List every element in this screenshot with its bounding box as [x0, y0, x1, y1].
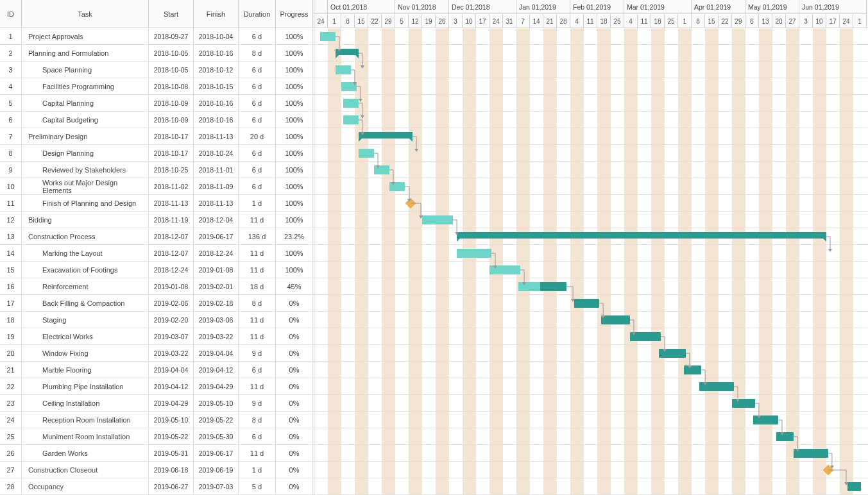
- task-bar[interactable]: [630, 332, 661, 341]
- table-row[interactable]: 5Capital Planning2018-10-092018-10-166 d…: [0, 95, 314, 112]
- task-bar[interactable]: [847, 482, 861, 491]
- table-row[interactable]: 4Facilities Programming2018-10-082018-10…: [0, 78, 314, 95]
- day-label: 1: [678, 14, 692, 28]
- col-start[interactable]: Start: [149, 0, 194, 28]
- table-row[interactable]: 24Reception Room Installation2019-05-102…: [0, 412, 314, 428]
- cell-duration: 8 d: [239, 45, 276, 61]
- cell-id: 26: [0, 445, 22, 461]
- col-progress[interactable]: Progress: [276, 0, 313, 28]
- cell-task: Staging: [22, 312, 149, 328]
- task-bar[interactable]: [489, 265, 520, 274]
- table-row[interactable]: 8Design Planning2018-10-172018-10-246 d1…: [0, 145, 314, 162]
- task-bar[interactable]: [753, 415, 778, 424]
- cell-task: Electrical Works: [22, 328, 149, 344]
- cell-id: 22: [0, 378, 22, 394]
- task-bar[interactable]: [540, 282, 566, 291]
- table-row[interactable]: 19Electrical Works2019-03-072019-03-2211…: [0, 328, 314, 345]
- day-label: 14: [530, 14, 543, 28]
- table-row[interactable]: 21Marble Flooring2019-04-042019-04-126 d…: [0, 362, 314, 378]
- gantt-row: [314, 362, 868, 378]
- gantt-chart[interactable]: Oct 01,2018Nov 01,2018Dec 01,2018Jan 01,…: [314, 0, 868, 495]
- day-label: 17: [476, 14, 489, 28]
- task-bar[interactable]: [374, 165, 389, 174]
- day-label: 28: [557, 14, 570, 28]
- table-row[interactable]: 10Works out Major Design Elements2018-11…: [0, 178, 314, 195]
- gantt-row: [314, 345, 868, 362]
- task-bar[interactable]: [457, 249, 491, 258]
- task-bar[interactable]: [320, 32, 336, 41]
- cell-start: 2018-10-05: [149, 45, 194, 61]
- table-row[interactable]: 18Staging2019-02-202019-03-0611 d0%: [0, 312, 314, 328]
- table-row[interactable]: 14Marking the Layout2018-12-072018-12-24…: [0, 245, 314, 262]
- task-bar[interactable]: [776, 432, 794, 441]
- cell-duration: 6 d: [239, 362, 276, 378]
- task-bar[interactable]: [684, 365, 701, 374]
- task-bar[interactable]: [422, 215, 453, 224]
- cell-task: Space Planning: [22, 62, 149, 78]
- milestone-marker[interactable]: [405, 198, 416, 209]
- gantt-row: [314, 178, 868, 195]
- table-row[interactable]: 16Reinforcement2019-01-082019-02-0118 d4…: [0, 278, 314, 295]
- summary-bar[interactable]: [359, 132, 413, 138]
- table-row[interactable]: 2Planning and Formulation2018-10-052018-…: [0, 45, 314, 62]
- cell-finish: 2019-04-12: [194, 362, 239, 378]
- cell-duration: 20 d: [239, 128, 276, 144]
- table-row[interactable]: 13Construction Process2018-12-072019-06-…: [0, 228, 314, 245]
- cell-finish: 2018-10-24: [194, 145, 239, 161]
- day-label: 17: [826, 14, 840, 28]
- task-bar[interactable]: [574, 299, 599, 308]
- cell-duration: 11 d: [239, 328, 276, 344]
- cell-finish: 2019-04-04: [194, 345, 239, 361]
- day-label: 8: [692, 14, 705, 28]
- table-row[interactable]: 11Finish of Planning and Design2018-11-1…: [0, 195, 314, 212]
- task-bar[interactable]: [336, 65, 351, 74]
- cell-progress: 0%: [276, 378, 313, 394]
- task-bar[interactable]: [341, 82, 357, 91]
- summary-bar[interactable]: [336, 49, 359, 55]
- table-row[interactable]: 9Reviewed by Stakeholders2018-10-252018-…: [0, 162, 314, 178]
- table-row[interactable]: 1Project Approvals2018-09-272018-10-046 …: [0, 28, 314, 45]
- table-header: ID Task Start Finish Duration Progress: [0, 0, 314, 28]
- col-id[interactable]: ID: [0, 0, 22, 28]
- cell-id: 14: [0, 245, 22, 261]
- task-bar[interactable]: [359, 149, 374, 158]
- task-bar[interactable]: [343, 115, 359, 124]
- table-row[interactable]: 7Preliminary Design2018-10-172018-11-132…: [0, 128, 314, 145]
- day-label: 15: [355, 14, 368, 28]
- table-row[interactable]: 22Plumbing Pipe Installation2019-04-1220…: [0, 378, 314, 395]
- task-bar[interactable]: [794, 449, 828, 458]
- gantt-row: [314, 28, 868, 45]
- cell-progress: 100%: [276, 128, 313, 144]
- cell-task: Facilities Programming: [22, 78, 149, 94]
- task-bar[interactable]: [659, 349, 686, 358]
- task-bar[interactable]: [732, 399, 755, 408]
- task-bar[interactable]: [699, 382, 734, 391]
- cell-duration: 6 d: [239, 95, 276, 111]
- table-row[interactable]: 12Bidding2018-11-192018-12-0411 d100%: [0, 212, 314, 228]
- cell-progress: 100%: [276, 145, 313, 161]
- milestone-marker[interactable]: [822, 465, 833, 476]
- table-row[interactable]: 27Construction Closeout2019-06-182019-06…: [0, 462, 314, 478]
- col-finish[interactable]: Finish: [194, 0, 239, 28]
- task-bar[interactable]: [343, 99, 359, 108]
- table-row[interactable]: 26Garden Works2019-05-312019-06-1711 d0%: [0, 445, 314, 462]
- task-bar[interactable]: [601, 315, 630, 324]
- table-row[interactable]: 25Muniment Room Installation2019-05-2220…: [0, 428, 314, 445]
- table-row[interactable]: 6Capital Budgeting2018-10-092018-10-166 …: [0, 112, 314, 128]
- table-row[interactable]: 3Space Planning2018-10-052018-10-126 d10…: [0, 62, 314, 78]
- table-row[interactable]: 23Ceiling Installation2019-04-292019-05-…: [0, 395, 314, 412]
- col-duration[interactable]: Duration: [239, 0, 276, 28]
- day-label: 4: [570, 14, 584, 28]
- task-bar[interactable]: [389, 182, 405, 191]
- table-row[interactable]: 28Occupancy2019-06-272019-07-035 d0%: [0, 478, 314, 495]
- day-label: 25: [611, 14, 624, 28]
- cell-start: 2018-10-09: [149, 95, 194, 111]
- col-task[interactable]: Task: [22, 0, 149, 28]
- table-row[interactable]: 15Exacavation of Footings2018-12-242019-…: [0, 262, 314, 278]
- gantt-row: [314, 262, 868, 278]
- table-row[interactable]: 20Window Fixing2019-03-222019-04-049 d0%: [0, 345, 314, 362]
- table-row[interactable]: 17Back Filling & Compaction2019-02-06201…: [0, 295, 314, 312]
- cell-finish: 2019-05-22: [194, 412, 239, 428]
- summary-bar[interactable]: [457, 232, 826, 239]
- cell-id: 18: [0, 312, 22, 328]
